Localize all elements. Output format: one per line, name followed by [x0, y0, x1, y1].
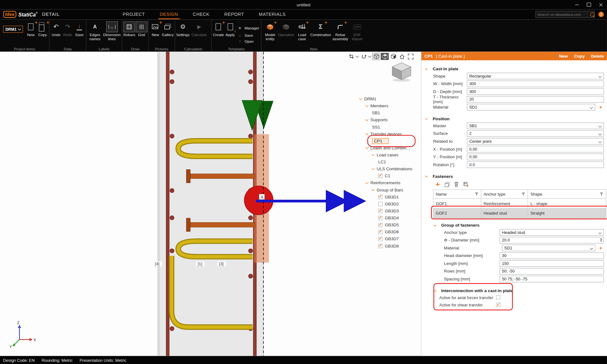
model-entity-button[interactable]: + Model entity — [262, 20, 277, 41]
tab-project[interactable]: PROJECT — [121, 9, 147, 19]
checkbox[interactable] — [378, 209, 383, 213]
filter-icon[interactable] — [600, 192, 604, 196]
checkbox[interactable] — [378, 174, 383, 178]
tree-item-c1[interactable]: C1 — [358, 172, 419, 179]
combination-button[interactable]: Σ+ Combination — [310, 20, 331, 37]
search-icon[interactable] — [590, 12, 595, 17]
tree-item-supports[interactable]: Supports — [358, 116, 419, 123]
tree-item-cp1[interactable]: CP1 — [358, 137, 419, 144]
chevron-down-icon[interactable] — [365, 146, 369, 149]
tree-item-group-of-bars[interactable]: Group of Bars — [358, 186, 419, 193]
fastener-material-select[interactable]: SD1 — [502, 244, 595, 251]
tree-item-ss1[interactable]: SS1 — [358, 123, 419, 130]
tree-item-loads[interactable]: Loads and Combin... — [358, 144, 419, 151]
tree-item-lc1[interactable]: LC1 — [358, 158, 419, 165]
master-select[interactable]: SB1 — [467, 122, 604, 129]
tree-item-members[interactable]: Members — [358, 102, 419, 109]
viewport-3d-scene[interactable]: 4 [4] [1] [3] Z X Y — [0, 52, 420, 356]
section-position[interactable]: Position — [421, 116, 607, 122]
chevron-down-icon[interactable] — [365, 104, 369, 107]
dxf-import-button[interactable]: DXF DXF Import — [350, 20, 364, 41]
apply-template-button[interactable]: ↓ Apply — [225, 20, 236, 37]
thickness-input[interactable] — [467, 96, 604, 103]
gallery-button[interactable]: Gallery — [162, 20, 174, 37]
tree-item-sb1[interactable]: SB1 — [358, 109, 419, 116]
settings-button[interactable]: ⚙ Settings — [176, 20, 190, 37]
related-to-select[interactable]: Center point — [467, 138, 604, 145]
section-view-tool[interactable] — [347, 53, 355, 60]
delete-fastener-icon[interactable] — [453, 181, 460, 188]
import-fastener-icon[interactable] — [463, 181, 469, 188]
checkbox[interactable] — [378, 230, 383, 234]
maximize-icon[interactable] — [587, 3, 591, 7]
tree-item-uls-combinations[interactable]: ULS Combinations — [358, 165, 419, 172]
width-input[interactable] — [467, 80, 604, 87]
fastener-row-gof1[interactable]: GOF1 Reinforcement L - shape — [433, 198, 606, 208]
home-view-button[interactable] — [398, 53, 406, 60]
chevron-down-icon[interactable] — [365, 118, 369, 121]
load-case-button[interactable]: ∊︎⇊+ Load case — [294, 20, 309, 41]
tab-materials[interactable]: MATERIALS — [257, 9, 287, 19]
depth-input[interactable] — [467, 88, 604, 95]
minimize-icon[interactable] — [575, 4, 579, 5]
checkbox[interactable] — [378, 244, 383, 248]
tree-item-gb3d8[interactable]: GB3D8 — [358, 242, 419, 249]
tree-item-gb3d2[interactable]: GB3D2 — [358, 200, 419, 207]
chevron-down-icon[interactable] — [368, 54, 371, 58]
add-fastener-icon[interactable] — [435, 181, 441, 188]
tree-item-gb3d4[interactable]: GB3D4 — [358, 214, 419, 221]
head-diameter-input[interactable] — [500, 252, 604, 259]
rotation-input[interactable] — [467, 161, 604, 168]
checkbox[interactable] — [378, 216, 383, 220]
rebars-toggle[interactable]: Rebars — [123, 20, 136, 37]
template-open-button[interactable]: ↑ Open — [237, 39, 259, 44]
navigation-cube[interactable] — [389, 61, 414, 84]
tree-item-drm1[interactable]: DRM1 — [358, 95, 419, 102]
spacing-input[interactable] — [500, 276, 604, 282]
axial-transfer-checkbox[interactable] — [496, 295, 501, 300]
dimension-lines-toggle[interactable]: ↔ Dimension lines — [103, 20, 121, 41]
fastener-row-gof2[interactable]: GOF2 Headed stud Straight — [433, 208, 606, 218]
chevron-down-icon[interactable] — [365, 181, 369, 184]
help-icon[interactable]: ! — [598, 12, 604, 17]
new-picture-button[interactable]: + New — [150, 20, 161, 37]
search-box[interactable] — [535, 11, 595, 18]
length-input[interactable] — [500, 260, 604, 267]
save-button[interactable]: ↓ Save — [74, 20, 85, 37]
view-rotation-tool[interactable] — [360, 53, 368, 60]
undo-button[interactable]: ↶ Undo — [51, 20, 61, 37]
anchor-type-select[interactable]: Headed stud — [500, 229, 604, 235]
copy-entity-button[interactable]: Copy — [574, 54, 585, 59]
edges-names-toggle[interactable]: A Edges names — [87, 20, 102, 41]
grid-toggle[interactable]: Grid — [136, 20, 147, 37]
search-input[interactable] — [536, 12, 590, 17]
checkbox[interactable] — [378, 223, 383, 227]
filter-icon[interactable] — [475, 192, 478, 196]
chevron-down-icon[interactable] — [359, 97, 362, 100]
calculate-button[interactable]: ▶ Calculate — [190, 20, 208, 37]
material-select[interactable]: SD1 — [467, 104, 596, 110]
rows-input[interactable] — [500, 268, 604, 274]
delete-entity-button[interactable]: Delete — [591, 54, 604, 59]
chevron-down-icon[interactable] — [371, 167, 375, 170]
checkbox[interactable] — [378, 237, 383, 241]
section-fasteners[interactable]: Fasteners — [421, 173, 607, 179]
tree-item-load-cases[interactable]: Load cases — [358, 151, 419, 158]
shape-select[interactable]: Rectangular — [467, 72, 604, 79]
x-position-input[interactable] — [467, 146, 604, 152]
solid-display-toggle[interactable] — [381, 53, 389, 60]
section-cast-in-plate[interactable]: Cast-in plate — [421, 66, 607, 72]
add-material-button[interactable]: + — [598, 104, 604, 110]
copy-fastener-icon[interactable] — [444, 181, 450, 188]
shaded-display-toggle[interactable] — [389, 53, 397, 60]
vertical-rebar-left[interactable] — [166, 52, 169, 356]
add-fastener-material-button[interactable]: + — [598, 245, 604, 251]
section-interconnection[interactable]: Interconnection with a cast-in plate — [421, 287, 607, 294]
chevron-down-icon[interactable] — [356, 54, 359, 58]
section-group-of-fasteners[interactable]: Group of fasteners — [421, 222, 607, 229]
tab-report[interactable]: REPORT — [223, 9, 245, 19]
tree-item-gb3d5[interactable]: GB3D5 — [358, 221, 419, 228]
diameter-stepper[interactable]: 20.0 — [500, 237, 604, 243]
chevron-down-icon[interactable] — [365, 132, 369, 135]
copy-project-item-button[interactable]: + Copy — [37, 20, 48, 37]
